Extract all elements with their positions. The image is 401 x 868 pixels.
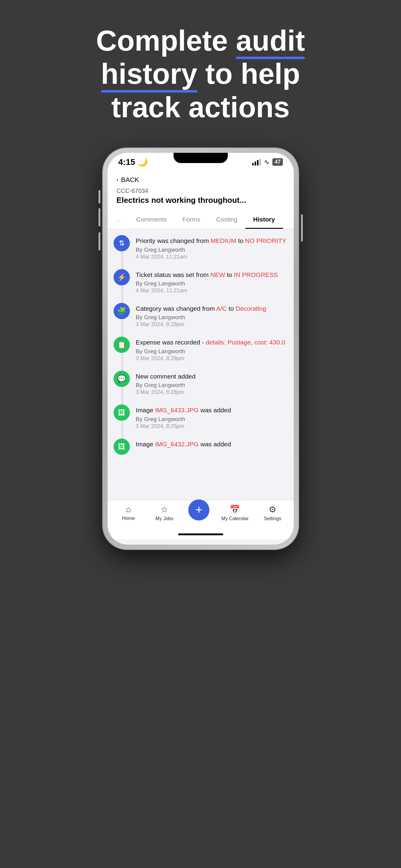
comment-icon: 💬 [113, 371, 130, 387]
history-item-status-text: Ticket status was set from NEW to IN PRO… [136, 269, 288, 294]
moon-icon: 🌙 [137, 157, 148, 167]
history-item-comment-by: By Greg Langworth [136, 382, 288, 389]
history-item-expense-by: By Greg Langworth [136, 348, 288, 355]
jobs-label: My Jobs [156, 516, 173, 521]
history-item-image1-date: 3 Mar 2024, 8:25pm [136, 423, 288, 430]
tab-overflow[interactable]: ... [107, 211, 129, 229]
back-button[interactable]: ‹ BACK [116, 176, 285, 184]
history-item-category-text: Category was changed from A/C to Decorat… [136, 303, 288, 328]
phone-device: 4:15 🌙 ∿ 47 ‹ [103, 148, 299, 550]
image1-icon: 🖼 [113, 404, 130, 421]
add-button[interactable]: + [188, 499, 209, 521]
signal-strength-icon [252, 159, 261, 165]
history-item-category-main: Category was changed from A/C to Decorat… [136, 304, 288, 313]
wifi-icon: ∿ [264, 158, 269, 166]
expense-details-value: details: Postage, cost: 430.0 [206, 339, 285, 346]
battery-indicator: 47 [272, 158, 282, 166]
priority-from-value: MEDIUM [210, 237, 236, 244]
status-time: 4:15 🌙 [119, 157, 148, 167]
ticket-title: Electrics not working throughout... [116, 195, 285, 205]
history-item-priority-by: By Greg Langworth [136, 247, 288, 253]
history-item-image2-main: Image IMG_6432.JPG was added [136, 440, 288, 448]
hero-section: Complete audit history to help track act… [78, 24, 323, 124]
history-item-priority-date: 4 Mar 2024, 11:21am [136, 254, 288, 260]
history-item-status-by: By Greg Langworth [136, 280, 288, 287]
tab-comments[interactable]: Comments [128, 211, 175, 229]
history-item-image1-main: Image IMG_6433.JPG was added [136, 406, 288, 414]
nav-settings[interactable]: ⚙ Settings [261, 504, 285, 521]
nav-home[interactable]: ⌂ Home [116, 504, 140, 521]
status-to-value: IN PROGRESS [234, 271, 278, 278]
image2-icon: 🖼 [113, 438, 130, 455]
history-list: ⇅ Priority was changed from MEDIUM to NO… [107, 229, 294, 500]
phone-screen: 4:15 🌙 ∿ 47 ‹ [107, 153, 294, 545]
history-item-comment-date: 3 Mar 2024, 8:28pm [136, 389, 288, 396]
status-icons: ∿ 47 [252, 158, 282, 166]
app-content: ‹ BACK CCC-67034 Electrics not working t… [107, 170, 294, 229]
status-from-value: NEW [210, 271, 225, 278]
image1-filename: IMG_6433.JPG [155, 407, 199, 413]
category-icon: 🧩 [113, 303, 130, 319]
history-item-status-date: 4 Mar 2024, 11:21am [136, 287, 288, 294]
history-item-image2: 🖼 Image IMG_6432.JPG was added [113, 438, 288, 455]
ticket-id: CCC-67034 [116, 187, 285, 194]
back-label: BACK [121, 176, 139, 184]
phone-outer-shell: 4:15 🌙 ∿ 47 ‹ [103, 148, 299, 550]
calendar-label: My Calendar [222, 516, 249, 521]
nav-calendar[interactable]: 📅 My Calendar [222, 504, 249, 521]
silent-switch [99, 190, 100, 204]
home-indicator [107, 530, 294, 539]
tab-bar: ... Comments Forms Costing History [107, 211, 294, 229]
settings-label: Settings [264, 516, 281, 521]
add-icon: + [195, 503, 202, 517]
category-from-value: A/C [216, 305, 227, 312]
volume-down-button [99, 232, 100, 250]
history-item-status-main: Ticket status was set from NEW to IN PRO… [136, 270, 288, 279]
status-icon: ⚡ [113, 269, 130, 285]
home-icon: ⌂ [126, 504, 131, 514]
history-item-category-by: By Greg Langworth [136, 314, 288, 321]
priority-icon: ⇅ [113, 235, 130, 251]
history-item-expense-date: 3 Mar 2024, 8:29pm [136, 355, 288, 362]
history-item-comment-text: New comment added By Greg Langworth 3 Ma… [136, 371, 288, 396]
settings-icon: ⚙ [269, 504, 276, 515]
history-item-image1-text: Image IMG_6433.JPG was added By Greg Lan… [136, 404, 288, 429]
home-label: Home [122, 516, 135, 521]
history-item-priority-main: Priority was changed from MEDIUM to NO P… [136, 236, 288, 245]
history-item-image1-by: By Greg Langworth [136, 416, 288, 423]
hero-line3: to help [197, 58, 300, 90]
history-item-expense-main: Expense was recorded - details: Postage,… [136, 338, 288, 347]
notch [173, 153, 228, 163]
jobs-icon: ☆ [161, 504, 168, 515]
hero-line1: Complete [96, 24, 236, 57]
bottom-navigation: ⌂ Home ☆ My Jobs + 📅 My Calendar ⚙ Setti… [107, 500, 294, 530]
history-item-image2-text: Image IMG_6432.JPG was added [136, 438, 288, 450]
tab-forms[interactable]: Forms [175, 211, 208, 229]
volume-up-button [99, 208, 100, 226]
history-item-category: 🧩 Category was changed from A/C to Decor… [113, 303, 288, 328]
calendar-icon: 📅 [230, 504, 240, 515]
history-item-expense-text: Expense was recorded - details: Postage,… [136, 337, 288, 361]
history-item-comment-main: New comment added [136, 372, 288, 381]
status-bar: 4:15 🌙 ∿ 47 [107, 153, 294, 170]
hero-line4: track actions [111, 91, 290, 123]
tab-costing[interactable]: Costing [208, 211, 245, 229]
home-indicator-bar [178, 533, 223, 535]
category-to-value: Decorating [236, 305, 266, 312]
history-item-category-date: 3 Mar 2024, 8:29pm [136, 321, 288, 328]
back-navigation[interactable]: ‹ BACK [107, 170, 294, 186]
priority-to-value: NO PRIORITY [245, 237, 286, 244]
back-chevron-icon: ‹ [116, 176, 119, 184]
tab-history[interactable]: History [245, 211, 282, 229]
history-item-status: ⚡ Ticket status was set from NEW to IN P… [113, 269, 288, 294]
nav-my-jobs[interactable]: ☆ My Jobs [153, 504, 176, 521]
expense-icon: 📋 [113, 337, 130, 353]
hero-highlight-history: history [101, 57, 197, 90]
history-item-image1: 🖼 Image IMG_6433.JPG was added By Greg L… [113, 404, 288, 429]
hero-highlight-audit: audit [236, 24, 305, 57]
ticket-info: CCC-67034 Electrics not working througho… [107, 186, 294, 211]
history-item-priority: ⇅ Priority was changed from MEDIUM to NO… [113, 235, 288, 260]
image2-filename: IMG_6432.JPG [155, 441, 199, 447]
history-item-comment: 💬 New comment added By Greg Langworth 3 … [113, 371, 288, 396]
history-item-expense: 📋 Expense was recorded - details: Postag… [113, 337, 288, 361]
